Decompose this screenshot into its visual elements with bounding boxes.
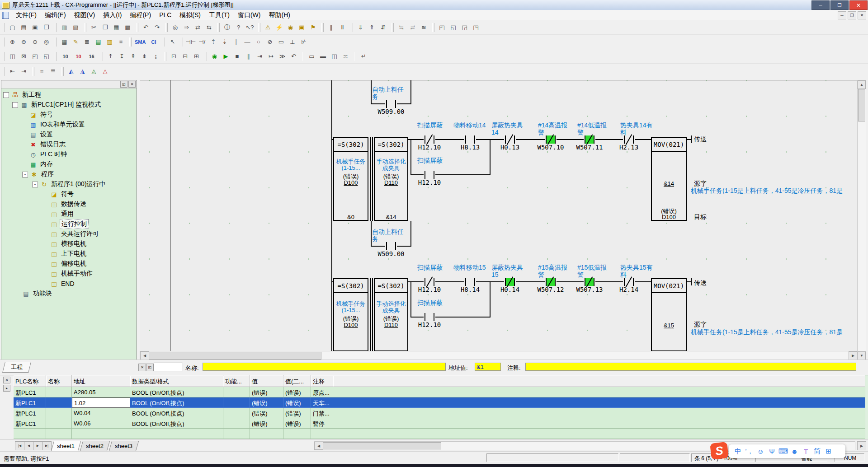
print-preview-button[interactable]: ▧ (70, 22, 81, 33)
sheet-nav-button-1[interactable]: |◀ (15, 441, 24, 450)
ime-skin-icon[interactable]: T (800, 448, 811, 455)
differential-monitor-button[interactable]: ≍ (340, 51, 351, 62)
plc-settings-button[interactable]: ⊡ (168, 51, 179, 62)
ci-view-button[interactable]: CI (147, 37, 160, 47)
restore-button[interactable]: ❐ (830, 0, 849, 10)
mark-teal-button[interactable]: ◮ (77, 66, 88, 77)
symbolbar-spin-box[interactable] (154, 363, 183, 372)
tree-item-new-plc1[interactable]: -▦新PLC1[CP1H] 监视模式 (1, 100, 137, 110)
mark-green-button[interactable]: ◬ (88, 66, 99, 77)
simulator-run-button[interactable]: ▶ (220, 51, 231, 62)
toolbar-grip[interactable] (321, 23, 324, 32)
copy-button[interactable]: ❐ (99, 22, 111, 33)
tree-item-section-common[interactable]: ◫通用 (1, 209, 137, 219)
tree-item-section-manipulator[interactable]: ◫机械手动作 (1, 269, 137, 279)
rung-list-button[interactable]: ≣ (81, 37, 93, 47)
instruction-box-MOV(021)[interactable]: MOV(021)&14(错误)D100 (651, 137, 687, 221)
watch-hscroll-thumb[interactable] (323, 442, 441, 449)
toolbar-grip[interactable] (55, 37, 57, 47)
find-button[interactable]: ◎ (170, 22, 181, 33)
transfer-from-plc-button[interactable]: ⇑ (366, 22, 377, 33)
sheet-tab-sheet3[interactable]: sheet3 (109, 441, 139, 451)
watch-column-header[interactable]: 功能... (223, 375, 250, 387)
verify-accept-button[interactable]: ≓ (407, 22, 418, 33)
ime-toolbox-icon[interactable]: ⊞ (823, 447, 834, 455)
select-tool-button[interactable]: ↖ (167, 37, 178, 47)
verify-all-button[interactable]: ≌ (418, 22, 429, 33)
tree-item-section-offset-motor[interactable]: ◫偏移电机 (1, 259, 137, 269)
new-coil-button[interactable]: ○ (253, 37, 264, 47)
ime-voice-icon[interactable]: Ψ (766, 448, 778, 455)
instruction-box-=S(302)[interactable]: =S(302)手动选择化成夹具(错误)D110 (374, 278, 408, 351)
expander-icon[interactable]: - (22, 172, 28, 177)
watch-column-header[interactable]: 数据类型/格式 (130, 375, 223, 387)
toolbar-grip[interactable] (392, 23, 394, 32)
grid-width-10-alt-button[interactable]: 10 (72, 51, 85, 62)
mark-red-button[interactable]: △ (99, 66, 111, 77)
tile-vertical-button[interactable]: ▬ (317, 51, 329, 62)
watch-row-4[interactable]: 新PLC1W0.06BOOL (On/Off,接点)(错误)(错误)暂停 (14, 418, 865, 429)
toolbar-grip[interactable] (164, 52, 166, 61)
expander-icon[interactable]: - (32, 182, 38, 187)
print-button[interactable]: ▥ (59, 22, 70, 33)
compare-with-plc-button[interactable]: ⇵ (377, 22, 389, 33)
toolbar-grip[interactable] (3, 23, 5, 32)
watch-expand-button[interactable]: ▸ (3, 385, 10, 392)
grid-width-16-button[interactable]: 16 (85, 51, 98, 62)
zoom-fit-button[interactable]: ⊙ (29, 37, 41, 47)
plc-io-table-button[interactable]: ⊟ (179, 51, 191, 62)
toolbar-grip[interactable] (101, 52, 103, 61)
toolbar-grip[interactable] (55, 23, 57, 32)
debug-mode-button[interactable]: ⚑ (307, 22, 319, 33)
expander-icon[interactable]: - (12, 102, 18, 108)
rung-comment-list-button[interactable]: ≡ (36, 66, 47, 77)
watch-scroll-right-button[interactable]: ▶ (857, 441, 866, 450)
redo-button[interactable]: ↷ (151, 22, 163, 33)
toolbar-grip[interactable] (302, 52, 304, 61)
window-tile-h-button[interactable]: ◱ (448, 22, 459, 33)
tree-item-new-project[interactable]: -品新工程 (1, 90, 137, 100)
toolbar-grip[interactable] (84, 23, 86, 32)
context-help-button[interactable]: ↖? (244, 22, 255, 33)
comment-field[interactable] (525, 363, 856, 371)
replace-button[interactable]: ⇄ (192, 22, 203, 33)
mdi-close-button[interactable]: ✕ (858, 11, 866, 19)
toolbar-grip[interactable] (258, 23, 260, 32)
tree-item-settings[interactable]: ▤设置 (1, 130, 137, 140)
watch-close-button[interactable]: ✕ (3, 377, 10, 383)
watch-row-2[interactable]: 新PLC11.02BOOL (On/Off,接点)(错误)(错误)天车... (14, 397, 865, 408)
indent-left-button[interactable]: ⇤ (7, 66, 18, 77)
ladder-view-button[interactable]: ◫ (7, 51, 18, 62)
rising-contact-button[interactable]: ⇡ (208, 37, 219, 47)
tree-item-section-traverse-motor[interactable]: ◫横移电机 (1, 239, 137, 249)
ladder-vertical-scrollbar[interactable]: ▲ ▼ (857, 80, 866, 360)
pause-button[interactable]: ∥ (326, 22, 337, 33)
menu-item-3[interactable]: 插入(I) (99, 10, 126, 20)
toolbar-grip[interactable] (351, 23, 353, 32)
menu-item-5[interactable]: PLC (155, 10, 175, 20)
ime-keyboard-icon[interactable]: ⌨ (778, 447, 789, 455)
about-button[interactable]: ⓘ (222, 22, 233, 33)
undo-button[interactable]: ↶ (140, 22, 151, 33)
io-comment-button[interactable]: ▥ (104, 37, 115, 47)
find-next-button[interactable]: ⇒ (181, 22, 192, 33)
watch-column-header[interactable]: 地址 (72, 375, 130, 387)
tree-item-symbols[interactable]: ◪符号 (1, 110, 137, 120)
ladder-scroll-right-button[interactable]: ▶ (849, 351, 858, 360)
close-view-button[interactable]: ⊠ (18, 51, 29, 62)
ime-emoji-icon[interactable]: ☺ (755, 448, 766, 455)
pause-all-button[interactable]: Ⅱ (337, 22, 348, 33)
new-contact-button[interactable]: ⊣⊢ (185, 37, 196, 47)
tile-horizontal-button[interactable]: ▭ (306, 51, 317, 62)
watch-view-button[interactable]: ◱ (41, 51, 52, 62)
tree-dock-button[interactable]: ◱ (120, 81, 127, 88)
window-split-button[interactable]: ◫ (329, 51, 340, 62)
watch-scroll-left-button[interactable]: ◀ (314, 442, 323, 450)
watch-row-3[interactable]: 新PLC1W0.04BOOL (On/Off,接点)(错误)(错误)门禁... (14, 408, 865, 418)
project-workspace-tab[interactable]: 工程 (2, 362, 31, 373)
ime-chinese-mode-icon[interactable]: 中 (732, 447, 744, 456)
watch-column-header[interactable]: 值 (250, 375, 283, 387)
overview-button[interactable]: ≡ (115, 37, 127, 47)
help-topics-button[interactable]: ? (233, 22, 244, 33)
section-list-button[interactable]: ≣ (47, 66, 59, 77)
